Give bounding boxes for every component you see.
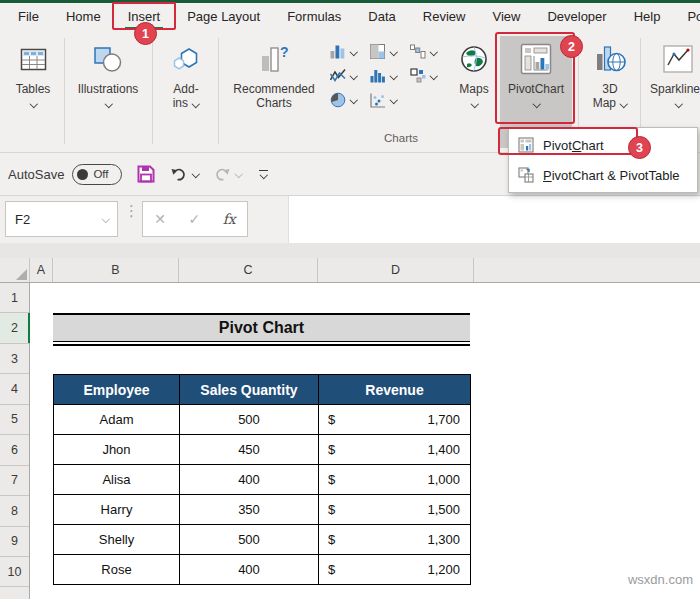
- tables-button[interactable]: Tables: [6, 36, 60, 148]
- row-header-4[interactable]: 4: [0, 374, 29, 404]
- tab-home[interactable]: Home: [54, 3, 113, 30]
- currency-symbol: $: [328, 472, 335, 487]
- cell-quantity[interactable]: 350: [180, 495, 319, 525]
- pie-chart-button[interactable]: [330, 92, 370, 108]
- name-box[interactable]: F2: [5, 201, 118, 237]
- grid-canvas[interactable]: Pivot Chart Employee Sales Quantity Reve…: [30, 283, 700, 599]
- waterfall-chart-chevron: [429, 48, 437, 55]
- pivotchart-dropdown-chevron[interactable]: [532, 100, 540, 107]
- cell-quantity[interactable]: 400: [180, 555, 319, 585]
- menu-item-pivotchart-pivottable[interactable]: PivotChart & PivotTable: [509, 160, 697, 190]
- row-header-10[interactable]: 10: [0, 557, 29, 587]
- tab-page-layout[interactable]: Page Layout: [175, 3, 272, 30]
- save-button[interactable]: [136, 164, 156, 184]
- hierarchy-chart-button[interactable]: [410, 68, 450, 83]
- row-header-6[interactable]: 6: [0, 435, 29, 465]
- table-row: Adam 500 $1,700: [54, 405, 471, 435]
- tab-power-pivot[interactable]: Power Pivot: [675, 3, 700, 30]
- redo-dropdown-chevron[interactable]: [234, 171, 242, 178]
- label-accesskey: C: [572, 138, 581, 153]
- undo-button[interactable]: [170, 166, 199, 182]
- tab-help[interactable]: Help: [622, 3, 673, 30]
- table-row: Alisa 400 $1,000: [54, 465, 471, 495]
- pivotchart-pivottable-menu-icon: [518, 167, 534, 183]
- column-header-b[interactable]: B: [53, 258, 179, 282]
- excel-window: File Home Insert Page Layout Formulas Da…: [0, 0, 700, 599]
- row-header-7[interactable]: 7: [0, 466, 29, 496]
- treemap-chart-button[interactable]: [370, 44, 410, 59]
- scatter-chart-chevron: [389, 97, 397, 104]
- column-header-c[interactable]: C: [179, 258, 318, 282]
- cell-employee[interactable]: Jhon: [54, 435, 180, 465]
- cell-employee[interactable]: Shelly: [54, 525, 180, 555]
- pivotchart-label: PivotChart: [508, 82, 564, 96]
- cell-quantity[interactable]: 500: [180, 525, 319, 555]
- row-header-3[interactable]: 3: [0, 344, 29, 374]
- table-row: Jhon 450 $1,400: [54, 435, 471, 465]
- cell-revenue[interactable]: $1,300: [319, 525, 471, 555]
- header-employee[interactable]: Employee: [54, 375, 180, 405]
- illustrations-dropdown-chevron: [104, 100, 112, 107]
- maps-label: Maps: [459, 82, 488, 96]
- header-revenue[interactable]: Revenue: [319, 375, 471, 405]
- redo-button[interactable]: [213, 166, 242, 182]
- currency-symbol: $: [328, 532, 335, 547]
- column-header-d[interactable]: D: [318, 258, 474, 282]
- tab-view[interactable]: View: [480, 3, 532, 30]
- tab-file[interactable]: File: [6, 3, 51, 30]
- tables-icon: [20, 36, 47, 82]
- formula-input[interactable]: [288, 196, 700, 243]
- row-header-1[interactable]: 1: [0, 283, 29, 313]
- header-sales-quantity[interactable]: Sales Quantity: [180, 375, 319, 405]
- menu-item-pivotchart[interactable]: PivotChart: [509, 130, 697, 160]
- cell-employee[interactable]: Rose: [54, 555, 180, 585]
- sheet-title-cell[interactable]: Pivot Chart: [53, 313, 470, 342]
- cell-revenue[interactable]: $1,700: [319, 405, 471, 435]
- scatter-chart-button[interactable]: [370, 92, 410, 108]
- enter-icon[interactable]: ✓: [188, 211, 200, 227]
- customize-qat-button[interactable]: [256, 170, 270, 179]
- add-ins-button[interactable]: Add- ins: [158, 36, 214, 148]
- cell-quantity[interactable]: 400: [180, 465, 319, 495]
- undo-dropdown-chevron[interactable]: [191, 171, 199, 178]
- line-chart-button[interactable]: [330, 68, 370, 83]
- row-header-5[interactable]: 5: [0, 405, 29, 435]
- svg-text:?: ?: [280, 44, 289, 60]
- cell-quantity[interactable]: 450: [180, 435, 319, 465]
- name-box-dropdown-chevron[interactable]: [101, 216, 109, 223]
- cell-quantity[interactable]: 500: [180, 405, 319, 435]
- column-header-a[interactable]: A: [30, 258, 53, 282]
- table-row: Shelly 500 $1,300: [54, 525, 471, 555]
- row-header-9[interactable]: 9: [0, 527, 29, 557]
- pivotchart-icon: [520, 36, 552, 82]
- select-all-corner[interactable]: [0, 258, 30, 282]
- customize-qat-chevron: [259, 172, 267, 179]
- insert-function-icon[interactable]: fx: [223, 211, 236, 227]
- autosave-toggle[interactable]: Off: [72, 164, 122, 185]
- cell-employee[interactable]: Harry: [54, 495, 180, 525]
- cell-employee[interactable]: Alisa: [54, 465, 180, 495]
- cell-revenue[interactable]: $1,500: [319, 495, 471, 525]
- column-chart-button[interactable]: [330, 44, 370, 59]
- row-header-11-partial[interactable]: [0, 587, 29, 599]
- illustrations-button[interactable]: Illustrations: [70, 36, 146, 148]
- cancel-icon[interactable]: ✕: [154, 211, 166, 227]
- treemap-chart-icon: [370, 44, 386, 59]
- tab-developer[interactable]: Developer: [535, 3, 618, 30]
- column-header-blank[interactable]: [474, 258, 700, 282]
- ribbon-tab-bar: File Home Insert Page Layout Formulas Da…: [0, 3, 700, 30]
- save-icon: [136, 164, 156, 184]
- cell-revenue[interactable]: $1,400: [319, 435, 471, 465]
- waterfall-chart-button[interactable]: [410, 44, 450, 59]
- formula-bar-grip-icon: ⋮: [124, 206, 139, 215]
- cell-revenue[interactable]: $1,200: [319, 555, 471, 585]
- tab-data[interactable]: Data: [356, 3, 407, 30]
- tab-review[interactable]: Review: [411, 3, 478, 30]
- row-header-2[interactable]: 2: [0, 313, 29, 343]
- histogram-chart-button[interactable]: [370, 68, 410, 83]
- tab-formulas[interactable]: Formulas: [275, 3, 353, 30]
- cell-revenue[interactable]: $1,000: [319, 465, 471, 495]
- column-chart-icon: [330, 44, 346, 59]
- cell-employee[interactable]: Adam: [54, 405, 180, 435]
- row-header-8[interactable]: 8: [0, 496, 29, 526]
